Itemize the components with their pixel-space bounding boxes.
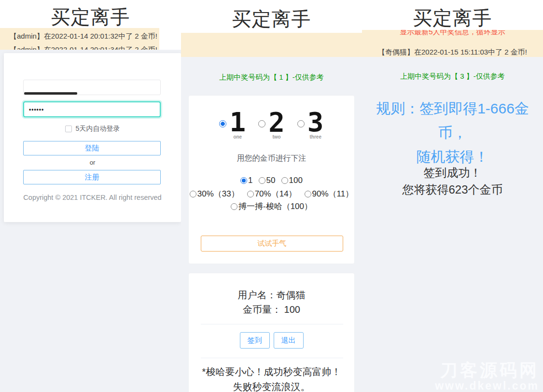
rule-line-1: 规则：签到即得1-666金币， [362,97,543,145]
auto-login-row: 5天内自动登录 [4,125,181,133]
percent-label: 70%（14） [255,188,297,199]
amount-label: 1 [248,176,252,185]
radio-icon[interactable] [281,177,288,184]
watermark-site-url: www.dkewl.com [435,380,539,392]
radio-icon[interactable] [240,177,247,184]
watermark: 刀客源码网 www.dkewl.com [435,361,539,392]
warning-line-2: 失败秒变流浪汉。 [189,380,354,392]
user-actions-row: 签到 退出 [189,332,354,349]
panel-login: 买定离手 【admin】在2022-01-14 20:01:32中了 2 金币!… [0,0,181,392]
allin-option[interactable]: 搏一搏-梭哈（100） [231,201,312,212]
percent-label: 90%（11） [312,188,354,199]
percent-option-70[interactable]: 70%（14） [247,188,297,199]
winner-notice: 【奇偶猫】在2022-01-15 15:11:03中了 2 金币! [362,47,543,57]
auto-login-label: 5天内自动登录 [76,125,120,133]
number-option-3[interactable]: 3 three [297,108,324,140]
signin-success-line: 签到成功！ [362,164,543,181]
page-title: 买定离手 [362,5,543,31]
amount-option-100[interactable]: 100 [281,176,303,185]
page-title: 买定离手 [0,4,181,30]
percent-label: 30%（33） [197,188,239,199]
number-choice-group: 1 one 2 two 3 three [189,108,354,140]
winner-notice: 【admin】在2022-01-14 20:01:32中了 2 金币! [0,31,159,41]
signin-reward-line: 您将获得623个金币 [362,181,543,198]
radio-icon[interactable] [231,203,237,210]
auto-login-checkbox[interactable] [65,126,72,132]
winners-notice-bar: 显示最新5人中奖信息，循环显示 【奇偶猫】在2022-01-15 15:11:0… [362,30,543,57]
register-button[interactable]: 注册 [23,170,161,184]
number-caption: three [307,134,324,140]
number-option-1[interactable]: 1 one [219,108,246,140]
copyright-text: Copyright © 2021 ITCKER. All right reser… [4,194,181,201]
percent-option-30[interactable]: 30%（33） [190,188,239,199]
panel-signin-result: 买定离手 显示最新5人中奖信息，循环显示 【奇偶猫】在2022-01-15 15… [362,0,543,392]
sign-in-button[interactable]: 签到 [240,332,270,349]
winner-notice-clipped: 【admin】在2022-01-14 20:01:34中了 2 金币! [0,45,159,50]
rule-text: 规则：签到即得1-666金币， 随机获得！ [362,97,543,169]
signin-result: 签到成功！ 您将获得623个金币 [362,164,543,198]
allin-option-group: 搏一搏-梭哈（100） [189,201,354,212]
panel-betting: 买定离手 上期中奖号码为【 1 】-仅供参考 1 one 2 two [181,0,362,392]
amount-label: 50 [266,176,276,185]
try-luck-button[interactable]: 试试手气 [201,236,343,252]
watermark-site-name: 刀客源码网 [435,361,539,380]
coins-line: 金币量： 100 [189,303,354,316]
number-option-2[interactable]: 2 two [258,108,285,140]
radio-icon[interactable] [247,191,254,197]
amount-option-1[interactable]: 1 [240,176,252,185]
percent-option-group: 30%（33） 70%（14） 90%（11） [189,188,354,199]
radio-icon[interactable] [259,177,265,184]
bet-card: 1 one 2 two 3 three 用您的金币进行下注 [188,95,355,264]
last-draw-text: 上期中奖号码为【 1 】-仅供参考 [181,73,362,82]
page-title: 买定离手 [181,6,362,32]
divider [201,358,343,358]
logout-button[interactable]: 退出 [274,332,304,349]
winners-notice-bar: 【admin】在2022-01-14 20:01:32中了 2 金币! 【adm… [0,28,159,50]
radio-icon[interactable] [219,120,226,127]
user-card: 用户名：奇偶猫 金币量： 100 签到 退出 *梭哈要小心！成功秒变高富帅！ 失… [188,273,355,392]
warning-line-1: *梭哈要小心！成功秒变高富帅！ [189,365,354,378]
radio-icon[interactable] [258,120,265,127]
marquee-tip-text: 显示最新5人中奖信息，循环显示 [362,30,543,37]
number-value: 1 [229,108,246,136]
last-draw-text: 上期中奖号码为【 3 】-仅供参考 [362,72,543,81]
winners-notice-bar-empty [181,33,362,57]
radio-icon[interactable] [190,191,196,197]
password-input[interactable] [23,101,161,117]
amount-label: 100 [289,176,303,185]
login-card: 5天内自动登录 登陆 or 注册 Copyright © 2021 ITCKER… [4,53,181,222]
bet-hint-text: 用您的金币进行下注 [189,154,354,164]
or-separator: or [4,159,181,166]
radio-icon[interactable] [305,191,311,197]
username-line: 用户名：奇偶猫 [189,289,354,302]
number-value: 3 [307,108,324,136]
amount-option-50[interactable]: 50 [259,176,276,185]
redacted-text-artifact [24,92,77,95]
number-value: 2 [268,108,285,136]
divider [201,324,343,324]
allin-label: 搏一搏-梭哈（100） [238,201,312,212]
percent-option-90[interactable]: 90%（11） [305,188,354,199]
login-button[interactable]: 登陆 [23,141,161,155]
amount-option-group: 1 50 100 [189,176,354,185]
radio-icon[interactable] [297,120,305,127]
